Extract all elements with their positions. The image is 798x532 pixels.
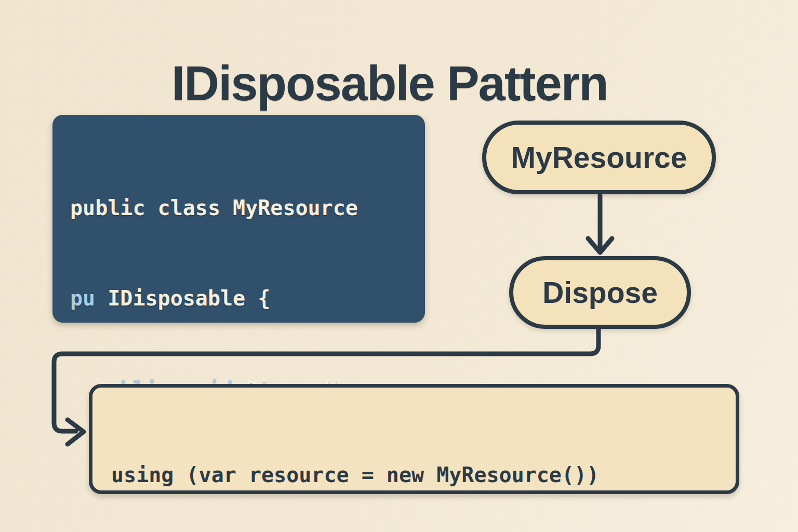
code-segment: public class MyResource (70, 196, 358, 220)
node-myresource: MyResource (482, 121, 716, 194)
usage-code-block: using (var resource = new MyResource()) … (89, 384, 739, 494)
class-definition-code-block: public class MyResource pu IDisposable {… (52, 115, 425, 323)
node-myresource-label: MyResource (511, 140, 687, 175)
usage-code-lines: using (var resource = new MyResource()) … (111, 401, 599, 532)
node-dispose-label: Dispose (542, 275, 658, 310)
arrowhead-down-icon (588, 238, 612, 252)
code-line: using (var resource = new MyResource()) (111, 460, 599, 490)
code-line: pu IDisposable { (70, 283, 395, 313)
code-segment: using (var resource = new MyResource()) (111, 463, 599, 487)
arrow-myresource-to-dispose (588, 195, 612, 252)
idisposable-pattern-diagram: IDisposable Pattern public class MyResou… (0, 0, 798, 532)
code-line: public class MyResource (70, 193, 395, 223)
code-segment: pu (70, 286, 108, 310)
code-segment: IDisposable { (108, 286, 270, 310)
page-title: IDisposable Pattern (0, 57, 779, 110)
node-dispose: Dispose (509, 256, 691, 329)
